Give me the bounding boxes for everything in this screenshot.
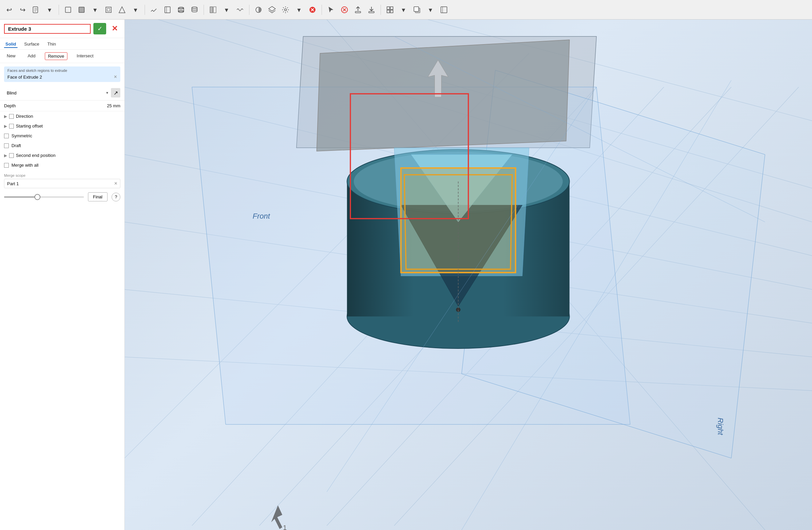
- upload-icon[interactable]: [351, 3, 364, 16]
- undo-icon[interactable]: ↩: [3, 3, 15, 16]
- tab-solid[interactable]: Solid: [4, 41, 17, 48]
- cancel-button[interactable]: ✕: [109, 23, 120, 34]
- help-button[interactable]: ?: [112, 193, 120, 201]
- download-icon[interactable]: [365, 3, 378, 16]
- grid-icon[interactable]: [383, 3, 396, 16]
- dropdown-arrow-5[interactable]: ▾: [293, 3, 305, 16]
- dropdown-arrow-6[interactable]: ▾: [397, 3, 410, 16]
- flip-direction-button[interactable]: ↗: [111, 88, 120, 98]
- cursor-icon[interactable]: [324, 3, 337, 16]
- second-end-checkbox[interactable]: [9, 153, 14, 158]
- final-button[interactable]: Final: [88, 192, 107, 201]
- merge-with-all-checkbox[interactable]: [4, 163, 9, 168]
- slider-row: Final ?: [0, 188, 125, 206]
- svg-rect-23: [390, 10, 393, 13]
- viewport[interactable]: Front Right 1: [125, 19, 812, 530]
- direction-expand-icon: ▶: [4, 114, 7, 119]
- type-tabs: Solid Surface Thin: [0, 38, 125, 50]
- sketch-icon[interactable]: [148, 3, 160, 16]
- redo-icon[interactable]: ↪: [16, 3, 29, 16]
- svg-point-15: [285, 9, 287, 11]
- merge-scope-clear-button[interactable]: ×: [114, 181, 117, 186]
- svg-text:Right: Right: [716, 418, 725, 435]
- depth-value[interactable]: 25 mm: [107, 103, 120, 108]
- direction-checkbox[interactable]: [9, 114, 14, 119]
- dropdown-arrow-1[interactable]: ▾: [43, 3, 56, 16]
- frame-icon[interactable]: [102, 3, 115, 16]
- svg-marker-45: [317, 40, 570, 151]
- face-clear-button[interactable]: ×: [114, 74, 117, 80]
- depth-row: Depth 25 mm: [0, 100, 125, 111]
- draft-row: Draft: [0, 141, 125, 151]
- face-value-row: Face of Extrude 2 ×: [8, 74, 117, 80]
- end-type-row: Blind Through All Up to Face Up to Verte…: [0, 85, 125, 100]
- main-area: Extrude 3 ✓ ✕ Solid Surface Thin New Add…: [0, 19, 812, 530]
- svg-marker-65: [271, 505, 282, 529]
- svg-rect-25: [414, 7, 419, 12]
- tab-intersect[interactable]: Intersect: [74, 52, 97, 60]
- toolbar-group-4: ▾: [207, 3, 246, 16]
- svg-rect-26: [441, 7, 447, 13]
- svg-marker-5: [119, 7, 125, 13]
- svg-text:Front: Front: [253, 212, 270, 220]
- starting-offset-checkbox[interactable]: [9, 124, 14, 128]
- face-label: Faces and sketch regions to extrude: [8, 69, 117, 72]
- tab-surface[interactable]: Surface: [23, 41, 41, 48]
- toolbar: ↩ ↪ ▾ ▾ ▾: [0, 0, 812, 19]
- settings-icon[interactable]: [279, 3, 292, 16]
- wave-icon[interactable]: [234, 3, 246, 16]
- layers-icon[interactable]: [266, 3, 278, 16]
- dropdown-arrow-7[interactable]: ▾: [424, 3, 437, 16]
- cylinder-icon[interactable]: [175, 3, 187, 16]
- second-end-row[interactable]: ▶ Second end position: [0, 151, 125, 160]
- tab-add[interactable]: Add: [25, 52, 38, 60]
- toolbar-group-2: ▾ ▾: [62, 3, 142, 16]
- sep-1: [59, 5, 59, 15]
- dropdown-arrow-3[interactable]: ▾: [129, 3, 142, 16]
- starting-offset-label: Starting offset: [16, 124, 43, 128]
- dropdown-arrow-4[interactable]: ▾: [220, 3, 233, 16]
- sep-3: [204, 5, 204, 15]
- svg-rect-19: [369, 12, 374, 13]
- circle-half-icon[interactable]: [252, 3, 265, 16]
- symmetric-checkbox[interactable]: [4, 134, 9, 138]
- shape-icon[interactable]: [116, 3, 128, 16]
- toolbar-group-6: [324, 3, 378, 16]
- direction-label: Direction: [16, 114, 33, 119]
- tab-new[interactable]: New: [4, 52, 18, 60]
- split-icon[interactable]: [207, 3, 219, 16]
- panel-title: Extrude 3: [4, 24, 91, 34]
- toolbar-group-7: ▾ ▾: [383, 3, 450, 16]
- starting-offset-row[interactable]: ▶ Starting offset: [0, 121, 125, 131]
- second-end-expand-icon: ▶: [4, 153, 7, 158]
- slider-track: [4, 196, 84, 198]
- database-icon[interactable]: [188, 3, 201, 16]
- frame-right-icon[interactable]: [437, 3, 450, 16]
- svg-rect-20: [387, 7, 390, 10]
- svg-rect-1: [66, 7, 71, 13]
- confirm-button[interactable]: ✓: [93, 23, 106, 34]
- dropdown-arrow-2[interactable]: ▾: [89, 3, 101, 16]
- solid-icon[interactable]: [75, 3, 88, 16]
- merge-with-all-row: Merge with all: [0, 160, 125, 170]
- viewport-svg: Front Right 1: [125, 19, 812, 530]
- tab-thin[interactable]: Thin: [46, 41, 57, 48]
- direction-row[interactable]: ▶ Direction: [0, 111, 125, 121]
- svg-rect-3: [106, 7, 111, 13]
- draft-label: Draft: [12, 143, 21, 148]
- tab-remove[interactable]: Remove: [45, 52, 67, 60]
- svg-rect-4: [107, 9, 110, 11]
- toolbar-group-1: ↩ ↪ ▾: [3, 3, 56, 16]
- view-cube-icon[interactable]: [410, 3, 423, 16]
- box-icon[interactable]: [62, 3, 74, 16]
- sep-5: [322, 5, 322, 15]
- book-icon[interactable]: [161, 3, 174, 16]
- depth-label: Depth: [4, 103, 107, 108]
- end-type-select[interactable]: Blind Through All Up to Face Up to Verte…: [4, 89, 103, 97]
- new-icon[interactable]: [30, 3, 42, 16]
- svg-rect-12: [210, 7, 213, 13]
- slider-thumb[interactable]: [34, 194, 41, 200]
- x-circle-icon[interactable]: [306, 3, 319, 16]
- x-icon[interactable]: [338, 3, 351, 16]
- draft-checkbox[interactable]: [4, 143, 9, 148]
